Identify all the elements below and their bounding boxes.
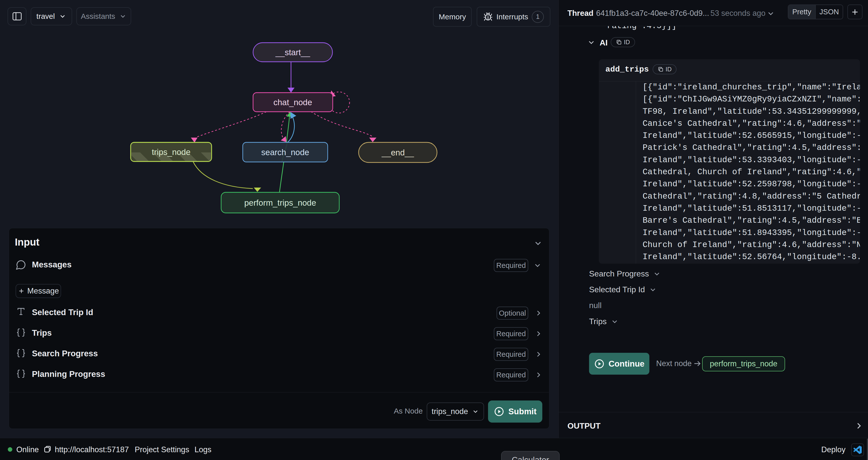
svg-text:chat_node: chat_node	[273, 98, 312, 107]
svg-text:search_node: search_node	[261, 147, 309, 157]
svg-text:__end__: __end__	[381, 148, 414, 157]
svg-text:perform_trips_node: perform_trips_node	[244, 198, 316, 207]
svg-text:__start__: __start__	[275, 48, 310, 57]
svg-text:trips_node: trips_node	[152, 147, 190, 157]
